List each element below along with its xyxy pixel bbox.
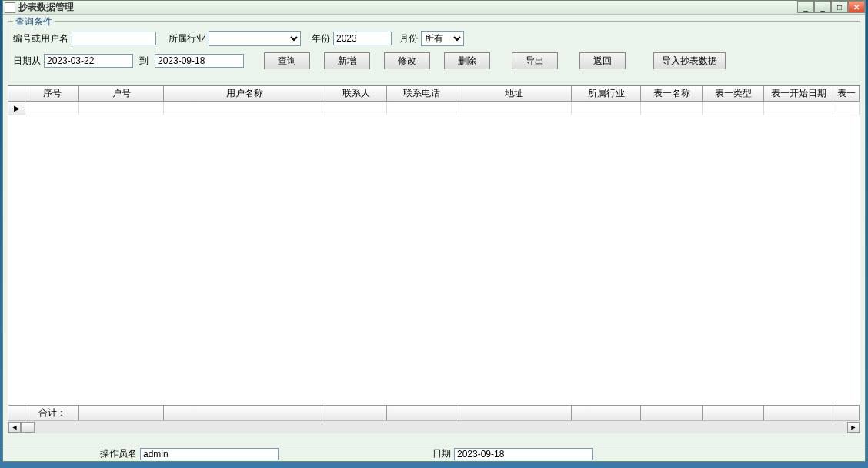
col-meter1start[interactable]: 表一开始日期: [764, 86, 833, 101]
scroll-thumb[interactable]: [21, 422, 35, 433]
query-button[interactable]: 查询: [264, 52, 310, 69]
industry-label: 所属行业: [169, 32, 205, 45]
group-title: 查询条件: [13, 15, 55, 28]
status-date-label: 日期: [432, 447, 451, 460]
horizontal-scrollbar[interactable]: ◄ ►: [8, 420, 860, 433]
operator-value: admin: [140, 448, 279, 460]
col-phone[interactable]: 联系电话: [387, 86, 456, 101]
scroll-right-icon[interactable]: ►: [847, 422, 860, 433]
col-meter1name[interactable]: 表一名称: [641, 86, 703, 101]
window-maximize-button[interactable]: □: [831, 1, 848, 13]
col-username[interactable]: 用户名称: [164, 86, 326, 101]
month-select[interactable]: 所有: [421, 31, 464, 46]
data-grid: 序号 户号 用户名称 联系人 联系电话 地址 所属行业 表一名称 表一类型 表一…: [8, 85, 860, 433]
window-close-button[interactable]: ✕: [848, 1, 865, 13]
year-input[interactable]: [333, 32, 392, 45]
titlebar: 抄表数据管理 _ _ □ ✕: [3, 1, 865, 15]
window-title: 抄表数据管理: [18, 1, 74, 14]
date-from-label: 日期从: [13, 55, 41, 68]
grid-corner: [8, 86, 25, 101]
grid-body[interactable]: ▶: [8, 102, 860, 418]
window-minimize-aux-button[interactable]: _: [797, 1, 814, 13]
grid-footer: 合计：: [8, 405, 860, 420]
app-icon: [5, 2, 15, 13]
grid-header: 序号 户号 用户名称 联系人 联系电话 地址 所属行业 表一名称 表一类型 表一…: [8, 86, 860, 102]
import-button[interactable]: 导入抄表数据: [653, 52, 726, 69]
scroll-left-icon[interactable]: ◄: [8, 422, 21, 433]
footer-total-label: 合计：: [25, 406, 79, 420]
col-seq[interactable]: 序号: [25, 86, 79, 101]
id-or-name-label: 编号或用户名: [13, 32, 68, 45]
id-or-name-input[interactable]: [72, 32, 156, 45]
edit-button[interactable]: 修改: [384, 52, 430, 69]
col-industry[interactable]: 所属行业: [572, 86, 641, 101]
col-address[interactable]: 地址: [456, 86, 572, 101]
date-from-input[interactable]: [44, 54, 133, 68]
date-to-label: 到: [139, 55, 149, 68]
col-account[interactable]: 户号: [79, 86, 164, 101]
delete-button[interactable]: 删除: [444, 52, 490, 69]
col-contact[interactable]: 联系人: [326, 86, 387, 101]
row-indicator-icon: ▶: [8, 102, 25, 115]
export-button[interactable]: 导出: [512, 52, 558, 69]
year-label: 年份: [312, 32, 330, 45]
col-meter1type[interactable]: 表一类型: [703, 86, 764, 101]
month-label: 月份: [399, 32, 418, 45]
return-button[interactable]: 返回: [579, 52, 626, 69]
date-to-input[interactable]: [155, 54, 244, 68]
window-minimize-button[interactable]: _: [814, 1, 831, 13]
status-date-value: 2023-09-18: [454, 448, 593, 460]
col-meter1extra[interactable]: 表一: [833, 86, 860, 101]
operator-label: 操作员名: [100, 447, 137, 460]
query-conditions-group: 查询条件 编号或用户名 所属行业 年份 月份 所有 日期从: [8, 21, 860, 82]
add-button[interactable]: 新增: [324, 52, 370, 69]
industry-select[interactable]: [209, 31, 301, 46]
statusbar: 操作员名 admin 日期 2023-09-18: [3, 446, 865, 461]
table-row[interactable]: ▶: [8, 102, 860, 115]
